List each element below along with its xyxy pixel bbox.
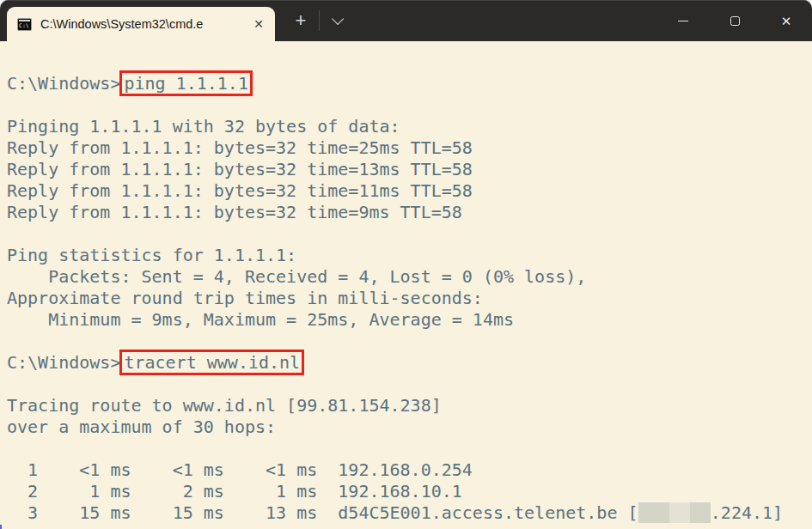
window-controls: ✕ xyxy=(657,1,812,41)
minimize-icon xyxy=(678,21,688,22)
terminal-text: .224.1] xyxy=(711,502,783,523)
command-highlight-box: ping 1.1.1.1 xyxy=(119,70,253,96)
maximize-button[interactable] xyxy=(709,1,760,41)
command-highlight-box: tracert www.id.nl xyxy=(119,350,304,375)
redaction-box xyxy=(690,502,711,523)
terminal-line: Approximate round trip times in milli-se… xyxy=(7,288,805,309)
maximize-icon xyxy=(730,16,740,26)
terminal-line: Reply from 1.1.1.1: bytes=32 time=9ms TT… xyxy=(7,202,805,223)
tab-title: C:\Windows\System32\cmd.e xyxy=(40,17,249,31)
terminal-line xyxy=(7,374,805,395)
terminal-text: 3 15 ms 15 ms 13 ms d54C5E001.access.tel… xyxy=(7,502,638,523)
terminal-text: C:\Windows> xyxy=(7,73,120,94)
terminal-text: Packets: Sent = 4, Received = 4, Lost = … xyxy=(7,266,586,287)
tabbar-divider xyxy=(319,10,320,31)
terminal-text: Approximate round trip times in milli-se… xyxy=(7,288,483,308)
terminal-line: C:\Windows>ping 1.1.1.1 xyxy=(7,73,805,94)
terminal-line: Tracing route to www.id.nl [99.81.154.23… xyxy=(7,395,805,417)
terminal-text: C:\Windows> xyxy=(7,352,120,373)
terminal-text: Pinging 1.1.1.1 with 32 bytes of data: xyxy=(7,116,400,137)
close-button[interactable]: ✕ xyxy=(760,1,812,41)
terminal-line: over a maximum of 30 hops: xyxy=(7,417,805,438)
terminal-line: Reply from 1.1.1.1: bytes=32 time=25ms T… xyxy=(7,137,805,159)
terminal-line xyxy=(7,223,805,245)
terminal-text: Reply from 1.1.1.1: bytes=32 time=13ms T… xyxy=(7,159,473,179)
tab-close-icon[interactable]: ✕ xyxy=(249,15,268,33)
cmd-prompt-icon: C:\ xyxy=(17,18,32,31)
terminal-text: Reply from 1.1.1.1: bytes=32 time=9ms TT… xyxy=(7,202,462,222)
terminal-line: 3 15 ms 15 ms 13 ms d54C5E001.access.tel… xyxy=(7,502,805,524)
terminal-line: Pinging 1.1.1.1 with 32 bytes of data: xyxy=(7,116,805,137)
terminal-text: Ping statistics for 1.1.1.1: xyxy=(7,245,296,265)
plus-icon: + xyxy=(296,12,307,29)
terminal-screen[interactable]: C:\Windows>ping 1.1.1.1Pinging 1.1.1.1 w… xyxy=(0,41,812,529)
cursor-artifact xyxy=(0,525,2,529)
terminal-text: Minimum = 9ms, Maximum = 25ms, Average =… xyxy=(7,309,514,330)
minimize-button[interactable] xyxy=(657,1,709,41)
cmd-icon-text: C:\ xyxy=(18,21,29,28)
redaction-gap xyxy=(669,502,690,523)
close-icon: ✕ xyxy=(781,15,792,27)
terminal-text: 2 1 ms 2 ms 1 ms 192.168.10.1 xyxy=(7,481,462,502)
terminal-line: C:\Windows>tracert www.id.nl xyxy=(7,352,805,374)
title-bar: C:\ C:\Windows\System32\cmd.e ✕ + ✕ xyxy=(0,0,812,41)
terminal-line: Minimum = 9ms, Maximum = 25ms, Average =… xyxy=(7,309,805,331)
chevron-down-icon xyxy=(332,13,344,25)
terminal-text: 1 <1 ms <1 ms <1 ms 192.168.0.254 xyxy=(7,459,473,480)
terminal-line xyxy=(7,94,805,116)
terminal-text: over a maximum of 30 hops: xyxy=(7,417,276,437)
terminal-line: 1 <1 ms <1 ms <1 ms 192.168.0.254 xyxy=(7,459,805,481)
terminal-text: Reply from 1.1.1.1: bytes=32 time=25ms T… xyxy=(7,137,473,158)
terminal-line: 2 1 ms 2 ms 1 ms 192.168.10.1 xyxy=(7,481,805,502)
terminal-line: Reply from 1.1.1.1: bytes=32 time=13ms T… xyxy=(7,159,805,180)
terminal-window: C:\ C:\Windows\System32\cmd.e ✕ + ✕ xyxy=(0,0,812,529)
terminal-text: Reply from 1.1.1.1: bytes=32 time=11ms T… xyxy=(7,180,473,201)
terminal-line: Reply from 1.1.1.1: bytes=32 time=11ms T… xyxy=(7,180,805,202)
terminal-line: Packets: Sent = 4, Received = 4, Lost = … xyxy=(7,266,805,288)
redaction-box xyxy=(638,502,669,523)
new-tab-button[interactable]: + xyxy=(285,6,316,35)
tab-dropdown-button[interactable] xyxy=(322,6,350,35)
terminal-line xyxy=(7,438,805,459)
tab-cmd[interactable]: C:\ C:\Windows\System32\cmd.e ✕ xyxy=(7,7,275,41)
terminal-line: Ping statistics for 1.1.1.1: xyxy=(7,245,805,266)
terminal-text: Tracing route to www.id.nl [99.81.154.23… xyxy=(7,395,442,416)
